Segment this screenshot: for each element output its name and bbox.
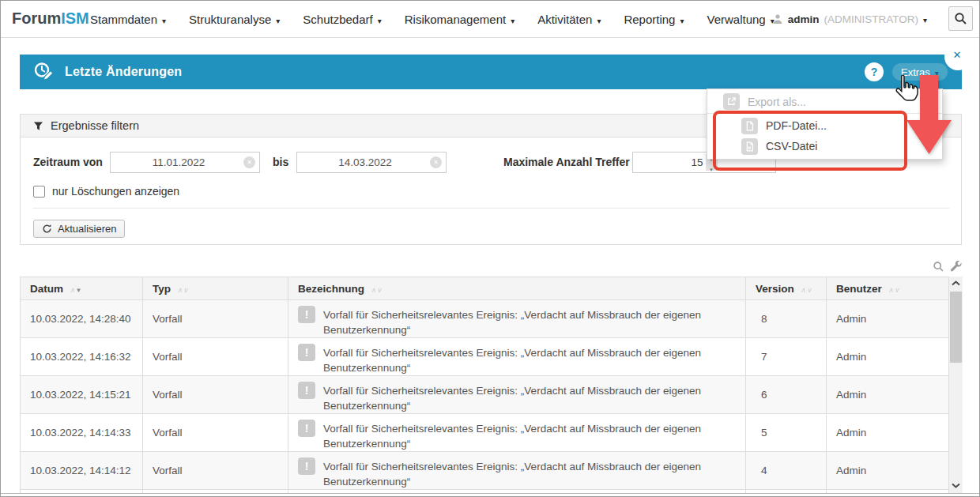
nav-label: Strukturanalyse: [189, 13, 271, 26]
cell-version: 4: [746, 452, 827, 489]
scroll-down-icon[interactable]: [949, 480, 963, 491]
nav-label: Risikomanagement: [405, 13, 506, 26]
incident-icon: !: [298, 382, 315, 399]
nav-item-schutzbedarf[interactable]: Schutzbedarf: [303, 13, 381, 26]
table-search-icon[interactable]: [933, 261, 944, 273]
menu-item-export-als: Export als...: [707, 92, 942, 111]
search-icon: [954, 12, 967, 25]
chevron-down-icon: [597, 13, 601, 26]
table-row[interactable]: 10.03.2022, 14:28:40 Vorfall !Vorfall fü…: [21, 300, 948, 338]
cell-version: 6: [746, 376, 827, 413]
column-header-bezeichnung[interactable]: Bezeichnung: [288, 277, 746, 299]
cell-datum: 10.03.2022, 14:14:12: [21, 452, 143, 489]
table-scrollbar[interactable]: [949, 277, 963, 493]
deletions-only-label: nur Löschungen anzeigen: [52, 185, 179, 198]
cell-benutzer: Admin: [827, 300, 948, 337]
nav-label: Reporting: [624, 13, 675, 26]
table-row[interactable]: 10.03.2022, 14:15:21 Vorfall !Vorfall fü…: [21, 376, 948, 414]
sort-icons[interactable]: [801, 283, 812, 295]
user-name: admin: [788, 13, 820, 25]
filter-icon: [33, 121, 43, 131]
pdf-file-icon: [741, 118, 758, 134]
cell-version: 8: [746, 300, 827, 337]
sort-down-icon: [894, 283, 899, 295]
table-toolbar: [933, 261, 963, 273]
incident-icon: !: [298, 344, 315, 361]
nav-item-stammdaten[interactable]: Stammdaten: [90, 13, 166, 26]
scrollbar-thumb[interactable]: [950, 292, 962, 363]
cell-typ: Vorfall: [143, 338, 288, 375]
clear-icon[interactable]: [430, 156, 442, 168]
cell-typ: Vorfall: [143, 376, 288, 413]
chevron-down-icon: [378, 13, 382, 26]
sort-icons[interactable]: [70, 283, 82, 295]
menu-item-pdf-datei[interactable]: PDF-Datei...: [707, 115, 942, 136]
cell-datum: 10.03.2022, 14:28:40: [21, 300, 143, 337]
nav-item-verwaltung[interactable]: Verwaltung: [707, 13, 775, 26]
csv-file-icon: [741, 138, 758, 155]
table-settings-wrench-icon[interactable]: [950, 261, 963, 273]
sort-down-icon: [183, 283, 189, 295]
top-navigation: ForumISM Stammdaten Strukturanalyse Schu…: [1, 1, 979, 38]
sort-up-icon: [177, 283, 183, 295]
nav-label: Verwaltung: [707, 13, 766, 26]
user-role: (ADMINISTRATOR): [824, 13, 918, 25]
viewport-bottom-edge: [1, 493, 979, 497]
table-row[interactable]: 10.03.2022, 14:14:12 Vorfall !Vorfall fü…: [21, 452, 948, 490]
help-button[interactable]: ?: [865, 62, 884, 81]
date-to-input[interactable]: [296, 152, 447, 173]
sort-down-icon: [76, 283, 82, 295]
nav-item-reporting[interactable]: Reporting: [624, 13, 684, 26]
sort-down-icon: [806, 283, 812, 295]
column-header-version[interactable]: Version: [746, 277, 827, 299]
nav-item-strukturanalyse[interactable]: Strukturanalyse: [189, 13, 280, 26]
sort-icons[interactable]: [888, 283, 899, 295]
menu-item-csv-datei[interactable]: CSV-Datei: [707, 136, 942, 156]
deletions-only-checkbox[interactable]: [33, 186, 45, 198]
close-panel-button[interactable]: [944, 43, 971, 70]
date-from-label: Zeitraum von: [33, 152, 103, 173]
scroll-up-icon[interactable]: [949, 277, 963, 289]
max-results-label: Maximale Anzahl Treffer: [503, 152, 630, 173]
export-icon: [723, 93, 740, 110]
chevron-down-icon: [923, 13, 927, 25]
nav-label: Stammdaten: [90, 13, 157, 26]
history-edit-icon: [32, 61, 55, 83]
app-window: ForumISM Stammdaten Strukturanalyse Schu…: [0, 0, 980, 497]
spinner-down-icon[interactable]: [710, 163, 713, 174]
table-row[interactable]: 10.03.2022, 14:14:33 Vorfall !Vorfall fü…: [21, 414, 948, 452]
column-header-datum[interactable]: Datum: [21, 277, 143, 299]
nav-item-aktivitaeten[interactable]: Aktivitäten: [537, 13, 601, 26]
chevron-down-icon: [162, 13, 166, 26]
app-logo[interactable]: ForumISM: [12, 9, 89, 28]
nav-item-risikomanagement[interactable]: Risikomanagement: [405, 13, 514, 26]
close-icon: [954, 50, 963, 64]
logo-accent: ISM: [61, 9, 89, 27]
sort-down-icon: [377, 283, 383, 295]
menu-item-label: Export als...: [748, 96, 806, 108]
sort-up-icon: [371, 283, 376, 295]
extras-dropdown-menu: Export als... PDF-Datei... CSV-Datei: [707, 88, 943, 160]
chevron-down-icon: [680, 13, 684, 26]
column-header-benutzer[interactable]: Benutzer: [827, 277, 948, 299]
sort-icons[interactable]: [177, 283, 188, 295]
refresh-button[interactable]: Aktualisieren: [33, 220, 125, 238]
global-search-button[interactable]: [948, 6, 973, 31]
chevron-down-icon: [935, 66, 939, 78]
cell-datum: 10.03.2022, 14:15:21: [21, 376, 143, 413]
column-header-typ[interactable]: Typ: [143, 277, 288, 299]
nav-label: Schutzbedarf: [303, 13, 372, 26]
cell-bezeichnung: !Vorfall für Sicherheitsrelevantes Ereig…: [288, 338, 746, 375]
chevron-down-icon: [276, 13, 280, 26]
extras-button[interactable]: Extras: [892, 63, 948, 81]
table-row[interactable]: 10.03.2022, 14:16:32 Vorfall !Vorfall fü…: [21, 338, 948, 376]
user-menu[interactable]: admin (ADMINISTRATOR): [772, 1, 927, 37]
date-from-input[interactable]: [110, 152, 260, 173]
refresh-icon: [42, 224, 52, 234]
sort-icons[interactable]: [371, 283, 382, 295]
menu-item-label: CSV-Datei: [766, 140, 817, 152]
user-icon: [772, 13, 783, 24]
clear-icon[interactable]: [243, 156, 255, 168]
deletions-only-row: nur Löschungen anzeigen: [33, 185, 179, 198]
incident-icon: !: [298, 457, 315, 475]
